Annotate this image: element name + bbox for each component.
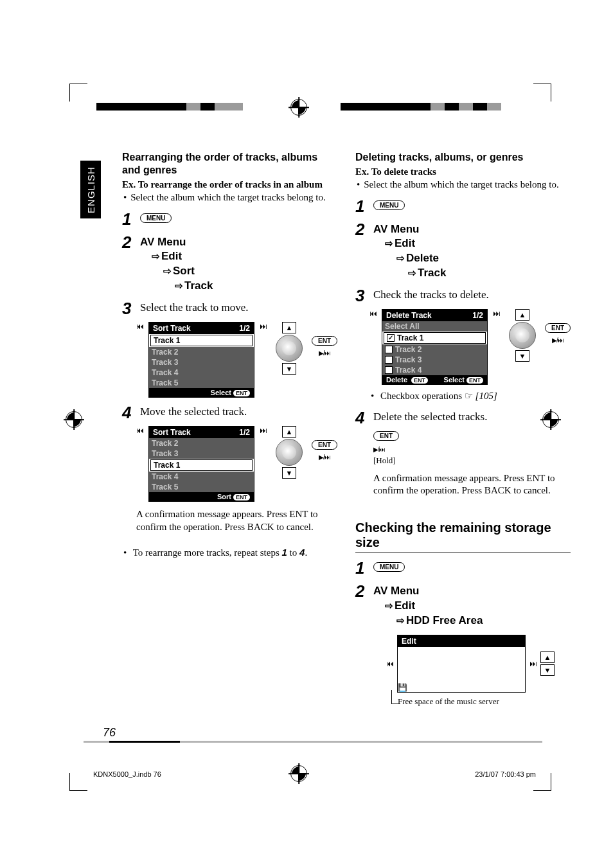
up-button[interactable]: ▲	[540, 651, 555, 663]
next-track-icon: ⏭	[529, 659, 537, 668]
arrow-icon: ⇨	[396, 614, 405, 627]
ent-button[interactable]: ENT	[373, 431, 399, 441]
menu-path-l1: AV Menu	[140, 235, 337, 250]
screen-page: 1/2	[239, 324, 250, 333]
delete-track-screen: Delete Track1/2 Select All ✓Track 1 Trac…	[382, 309, 488, 385]
up-button[interactable]: ▲	[282, 426, 296, 438]
list-item[interactable]: Track 3	[149, 357, 254, 368]
list-item[interactable]: Track 1	[150, 459, 253, 471]
list-item[interactable]: Delete	[398, 647, 525, 656]
menu-path-l1: AV Menu	[373, 222, 571, 237]
checkbox-icon: ✓	[387, 334, 395, 342]
hold-label: [Hold]	[373, 456, 571, 466]
list-item[interactable]: Track 3	[149, 448, 254, 459]
step-number: 1	[355, 560, 373, 576]
list-item[interactable]: Track 2	[149, 438, 254, 448]
up-button[interactable]: ▲	[515, 309, 529, 321]
example-label: Ex. To rearrange the order of tracks in …	[122, 179, 337, 190]
play-fwd-icon: ▶/⏭	[319, 454, 330, 461]
step-instruction: Check the tracks to delete.	[373, 287, 571, 301]
list-item[interactable]: Track 2	[149, 347, 254, 357]
menu-path-l3: HDD Free Area	[406, 614, 483, 626]
menu-button[interactable]: MENU	[373, 200, 405, 210]
menu-path-l2: Edit	[395, 599, 415, 612]
down-button[interactable]: ▼	[540, 664, 555, 676]
arrow-icon: ⇨	[163, 265, 172, 278]
step-instruction: Move the selected track.	[140, 404, 337, 418]
list-item[interactable]: Sort	[398, 665, 525, 674]
rotary-knob[interactable]	[276, 439, 303, 466]
page-number: 76	[103, 726, 116, 740]
list-item[interactable]: Track 5	[149, 378, 254, 388]
down-button[interactable]: ▼	[515, 350, 529, 362]
prev-track-icon: ⏮	[386, 659, 393, 668]
rotary-knob[interactable]	[509, 322, 536, 349]
step-number: 2	[122, 234, 140, 251]
play-fwd-icon: ▶/⏭	[319, 350, 330, 357]
list-item[interactable]: Track 4	[382, 365, 487, 375]
arrow-icon: ⇨	[396, 252, 405, 265]
step-instruction: Select the track to move.	[140, 300, 337, 314]
step-number: 2	[355, 221, 373, 238]
step-number: 3	[355, 287, 373, 304]
step-number: 1	[355, 198, 373, 215]
list-item[interactable]: ✓Track 1	[384, 332, 486, 344]
section-heading: Deleting tracks, albums, or genres	[355, 151, 571, 164]
sort-track-screen: Sort Track1/2 Track 1 Track 2 Track 3 Tr…	[148, 322, 254, 398]
bullet-text: Select the album which the target tracks…	[355, 179, 571, 191]
step-number: 4	[355, 409, 373, 426]
list-item[interactable]: Select All	[382, 321, 487, 332]
list-item[interactable]: Track 2	[382, 344, 487, 355]
list-item[interactable]: Track 4	[149, 368, 254, 378]
ent-button[interactable]: ENT	[312, 336, 337, 346]
section-heading: Rearranging the order of tracks, albums …	[122, 151, 337, 177]
play-fwd-icon: ▶/⏭	[373, 446, 385, 453]
rotary-knob[interactable]	[276, 335, 303, 362]
footer-filename: KDNX5000_J.indb 76	[93, 770, 161, 778]
checkbox-icon	[385, 346, 393, 353]
list-item[interactable]: Move	[398, 656, 525, 665]
prev-track-icon: ⏮	[369, 309, 377, 318]
section-title: Checking the remaining storage size	[355, 520, 571, 553]
list-item[interactable]: Track 1	[150, 335, 253, 346]
ent-button[interactable]: ENT	[312, 440, 337, 450]
annotation-text: Free space of the music server	[398, 696, 571, 707]
screen-title: Sort Track	[153, 324, 191, 333]
ent-button[interactable]: ENT	[545, 323, 571, 333]
play-fwd-icon: ▶/⏭	[552, 337, 564, 344]
up-button[interactable]: ▲	[282, 322, 296, 333]
list-item[interactable]: Track 5	[149, 482, 254, 492]
checkbox-icon	[385, 356, 393, 364]
list-item[interactable]: HDD Free Area	[398, 674, 525, 683]
prev-track-icon: ⏮	[136, 322, 143, 331]
footer-timestamp: 23/1/07 7:00:43 pm	[475, 770, 536, 778]
down-button[interactable]: ▼	[282, 467, 296, 479]
menu-button[interactable]: MENU	[373, 562, 405, 572]
checkbox-icon	[385, 366, 393, 374]
list-item[interactable]: Track 4	[149, 472, 254, 482]
prev-track-icon: ⏮	[136, 426, 143, 435]
footer-meta: KDNX5000_J.indb 76 23/1/07 7:00:43 pm	[93, 770, 536, 778]
arrow-icon: ⇨	[408, 267, 416, 279]
bullet-text: Select the album which the target tracks…	[122, 191, 337, 204]
arrow-icon: ⇨	[152, 250, 160, 263]
menu-button[interactable]: MENU	[140, 213, 172, 223]
page-rule	[84, 741, 542, 743]
sort-track-screen: Sort Track1/2 Track 2 Track 3 Track 1 Tr…	[148, 426, 254, 502]
list-item[interactable]: Track 3	[382, 355, 487, 365]
step-number: 3	[122, 300, 140, 317]
menu-path-l2: Edit	[395, 237, 415, 249]
next-track-icon: ⏭	[260, 426, 267, 435]
crop-mark	[69, 773, 87, 791]
menu-path-l1: AV Menu	[373, 584, 571, 599]
arrow-icon: ⇨	[385, 599, 393, 612]
down-button[interactable]: ▼	[282, 363, 296, 375]
confirm-note: A confirmation message appears. Press EN…	[373, 472, 571, 497]
menu-path-l4: Track	[184, 279, 213, 292]
menu-path-l3: Sort	[173, 265, 195, 277]
step-instruction: Delete the selected tracks.	[373, 409, 571, 423]
example-label: Ex. To delete tracks	[355, 166, 571, 177]
menu-path-l3: Delete	[406, 252, 439, 264]
arrow-icon: ⇨	[175, 279, 183, 292]
confirm-note: A confirmation message appears. Press EN…	[136, 508, 337, 533]
